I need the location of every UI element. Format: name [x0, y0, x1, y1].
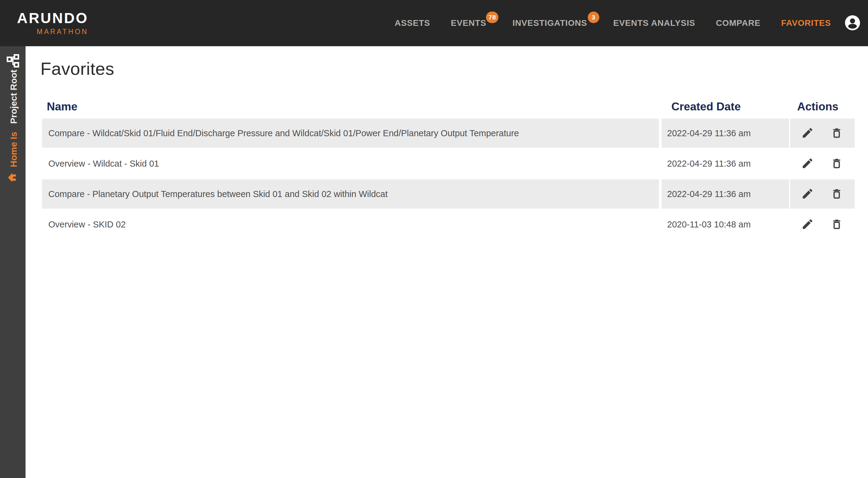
nav-item-events-label: EVENTS — [451, 18, 486, 28]
column-header-name: Name — [42, 98, 659, 115]
table-row: Compare - Planetary Output Temperatures … — [42, 179, 855, 209]
home-link-label: Home Is — [8, 132, 20, 167]
favorite-name-cell[interactable]: Compare - Wildcat/Skid 01/Fluid End/Disc… — [42, 119, 659, 148]
favorites-table: Name Created Date Actions Compare - Wild… — [42, 98, 855, 240]
sidebar-breadcrumb: Home Is Project Root — [7, 70, 21, 183]
created-date-cell: 2020-11-03 10:48 am — [662, 210, 789, 239]
project-tree-toggle-button[interactable] — [5, 54, 20, 69]
user-account-button[interactable] — [844, 15, 861, 31]
created-date-cell: 2022-04-29 11:36 am — [662, 179, 789, 209]
pencil-icon — [801, 126, 814, 140]
current-root-label: Project Root — [8, 70, 20, 124]
trash-icon — [831, 218, 843, 231]
actions-cell — [790, 210, 855, 239]
top-app-bar: ARUNDO MARATHON ASSETS EVENTS78 INVESTIG… — [0, 0, 868, 46]
trash-icon — [831, 187, 843, 201]
column-header-created-date: Created Date — [662, 98, 789, 115]
edit-button[interactable] — [801, 157, 814, 171]
created-date-cell: 2022-04-29 11:36 am — [662, 149, 789, 178]
edit-button[interactable] — [801, 187, 814, 201]
actions-cell — [790, 119, 855, 148]
home-link[interactable]: Home Is — [7, 132, 21, 183]
pencil-icon — [801, 157, 814, 171]
nav-item-assets[interactable]: ASSETS — [395, 18, 430, 28]
table-row: Compare - Wildcat/Skid 01/Fluid End/Disc… — [42, 119, 855, 148]
created-date-cell: 2022-04-29 11:36 am — [662, 119, 789, 148]
account-circle-icon — [844, 14, 861, 32]
delete-button[interactable] — [830, 126, 844, 140]
table-header-row: Name Created Date Actions — [42, 98, 855, 115]
edit-button[interactable] — [801, 126, 814, 140]
column-header-actions: Actions — [790, 98, 855, 115]
primary-nav: ASSETS EVENTS78 INVESTIGATIONS3 EVENTS A… — [395, 18, 831, 28]
favorites-page: Favorites Name Created Date Actions Comp… — [26, 46, 868, 478]
favorite-name-cell[interactable]: Overview - Wildcat - Skid 01 — [42, 149, 659, 178]
nav-item-favorites[interactable]: FAVORITES — [781, 18, 831, 28]
pencil-icon — [801, 218, 814, 231]
actions-cell — [790, 149, 855, 178]
home-icon — [7, 172, 21, 183]
delete-button[interactable] — [830, 217, 844, 231]
investigations-count-badge: 3 — [588, 11, 599, 23]
brand-tagline: MARATHON — [17, 28, 88, 36]
nav-item-compare[interactable]: COMPARE — [716, 18, 761, 28]
nav-item-investigations-label: INVESTIGATIONS — [513, 18, 587, 28]
favorite-name-cell[interactable]: Compare - Planetary Output Temperatures … — [42, 179, 659, 209]
actions-cell — [790, 179, 855, 209]
table-row: Overview - Wildcat - Skid 01 2022-04-29 … — [42, 149, 855, 178]
trash-icon — [831, 157, 843, 171]
nav-item-events[interactable]: EVENTS78 — [451, 18, 486, 28]
delete-button[interactable] — [830, 187, 844, 201]
pencil-icon — [801, 187, 814, 201]
hierarchy-tree-icon — [6, 64, 20, 69]
nav-item-investigations[interactable]: INVESTIGATIONS3 — [513, 18, 587, 28]
delete-button[interactable] — [830, 157, 844, 171]
brand-logo: ARUNDO MARATHON — [17, 10, 88, 36]
favorite-name-cell[interactable]: Overview - SKID 02 — [42, 210, 659, 239]
page-title: Favorites — [40, 58, 114, 79]
brand-name: ARUNDO — [17, 10, 88, 26]
project-tree-sidebar: Home Is Project Root — [0, 46, 26, 478]
trash-icon — [831, 126, 843, 140]
table-row: Overview - SKID 02 2020-11-03 10:48 am — [42, 210, 855, 239]
edit-button[interactable] — [801, 217, 814, 231]
events-count-badge: 78 — [486, 11, 498, 23]
nav-item-events-analysis[interactable]: EVENTS ANALYSIS — [613, 18, 695, 28]
